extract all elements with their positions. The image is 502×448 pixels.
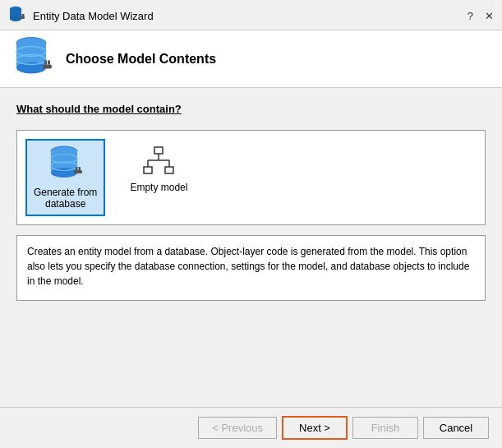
next-button[interactable]: Next > [282,416,348,440]
title-bar: Entity Data Model Wizard ? ✕ [0,0,502,30]
svg-rect-21 [78,167,81,170]
generate-from-db-icon [48,145,84,183]
wizard-titlebar-icon [8,5,26,26]
svg-point-8 [16,62,46,73]
section-label: What should the model contain? [16,103,486,115]
previous-button[interactable]: < Previous [198,417,277,439]
svg-point-2 [10,16,21,21]
svg-rect-12 [44,60,47,64]
svg-rect-24 [165,167,173,173]
close-button[interactable]: ✕ [485,10,494,22]
wizard-header: Choose Model Contents [0,30,502,88]
spacer [16,311,486,392]
model-options-container: Generate fromdatabase Empty model [16,130,486,225]
wizard-footer: < Previous Next > Finish Cancel [0,407,502,448]
option-generate-from-database[interactable]: Generate fromdatabase [25,139,105,216]
svg-rect-13 [48,60,50,64]
wizard-content: What should the model contain? Generate … [0,88,502,407]
svg-rect-3 [21,16,25,19]
page-title: Choose Model Contents [66,52,216,67]
window-title: Entity Data Model Wizard [33,10,154,22]
svg-rect-5 [23,14,25,16]
description-text: Creates an entity model from a database.… [27,246,469,287]
svg-rect-4 [22,14,24,16]
option-generate-label: Generate fromdatabase [34,187,97,210]
database-icon-large [13,36,54,79]
header-icon [13,36,54,81]
option-empty-label: Empty model [130,182,187,193]
svg-rect-20 [76,167,78,170]
description-box: Creates an entity model from a database.… [16,235,486,301]
finish-button[interactable]: Finish [352,417,418,439]
cancel-button[interactable]: Cancel [423,417,489,439]
help-button[interactable]: ? [467,10,473,22]
svg-rect-11 [43,64,52,68]
svg-rect-19 [74,170,82,173]
svg-rect-23 [144,167,152,173]
empty-model-icon [140,145,177,178]
option-empty-model[interactable]: Empty model [122,139,196,216]
svg-rect-22 [154,147,163,154]
title-bar-left: Entity Data Model Wizard [8,5,154,26]
title-bar-controls: ? ✕ [467,10,494,22]
